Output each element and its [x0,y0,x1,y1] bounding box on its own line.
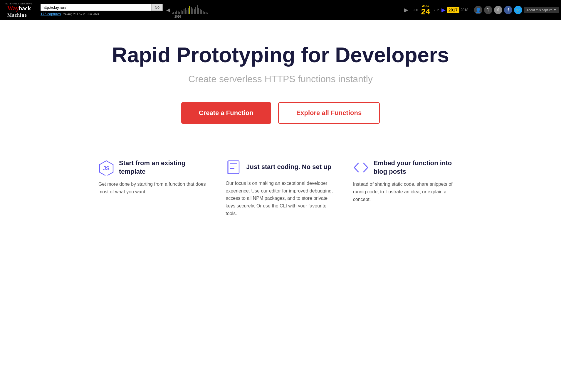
chevron-down-icon: ▼ [554,9,556,11]
help-icon[interactable]: ? [484,6,492,14]
timeline-area: ◀ 2016 [165,0,409,20]
editor-icon [226,159,241,175]
features-section: JS Start from an existing template Get m… [75,159,486,217]
feature-icon-row-embed: Embed your function into blog posts [353,159,463,176]
ia-logo[interactable]: INTERNET ARCHIVE WaybackMachine [0,1,38,19]
timeline-next[interactable]: ▶ [403,7,409,13]
about-label: About this capture [526,8,552,12]
go-button[interactable]: Go [152,4,163,11]
histogram [172,5,403,14]
twitter-icon[interactable]: 🐦 [514,6,522,14]
feature-desc-template: Get more done by starting from a functio… [98,180,208,195]
donate-icon[interactable]: $ [494,6,502,14]
hero-buttons: Create a Function Explore all Functions [181,102,380,124]
ia-logo-top: INTERNET ARCHIVE [5,2,33,5]
sep-col: SEP [433,8,439,12]
svg-rect-2 [228,161,239,174]
feature-card-template: JS Start from an existing template Get m… [98,159,208,217]
about-capture-button[interactable]: About this capture ▼ [524,7,559,13]
date-range: 24 Aug 2017 – 28 Jun 2024 [63,13,99,16]
feature-card-coding: Just start coding. No set up Our focus i… [226,159,335,217]
year-2016-label: 2016 [174,15,181,18]
user-icon[interactable]: 👤 [474,6,482,14]
day-number: 24 [421,8,430,16]
svg-text:JS: JS [103,165,110,171]
url-area: Go 176 captures 24 Aug 2017 – 28 Jun 202… [38,4,165,16]
sep-label: SEP [433,8,439,12]
play-button[interactable]: ▶ [441,7,446,13]
hero-subtitle: Create serverless HTTPS functions instan… [188,74,373,85]
facebook-icon[interactable]: f [504,6,512,14]
hero-title: Rapid Prototyping for Developers [112,43,449,67]
wayback-machine-logo[interactable]: WaybackMachine [7,5,31,18]
url-input[interactable] [41,4,152,11]
toolbar-icons: 👤 ? $ f 🐦 About this capture ▼ [472,6,561,14]
feature-icon-row-template: JS Start from an existing template [98,159,208,176]
feature-title-template: Start from an existing template [119,159,208,176]
captures-link[interactable]: 176 captures [41,12,61,16]
wayback-toolbar: INTERNET ARCHIVE WaybackMachine Go 176 c… [0,0,561,20]
feature-title-embed: Embed your function into blog posts [374,159,463,176]
feature-desc-embed: Instead of sharing static code, share sn… [353,180,463,203]
explore-functions-button[interactable]: Explore all Functions [278,102,380,124]
create-function-button[interactable]: Create a Function [181,102,271,124]
feature-title-coding: Just start coding. No set up [246,163,331,171]
feature-icon-row-coding: Just start coding. No set up [226,159,335,175]
calendar-area: JUL AUG 24 SEP ▶ 2017 2018 [409,3,472,17]
year-badge: 2017 [447,7,459,13]
code-icon [353,160,369,175]
year-2018-label: 2018 [461,8,468,12]
main-content: Rapid Prototyping for Developers Create … [0,20,561,235]
aug-col: AUG 24 [421,4,430,16]
feature-card-embed: Embed your function into blog posts Inst… [353,159,463,217]
timeline-prev[interactable]: ◀ [165,7,172,13]
nodejs-icon: JS [98,160,114,175]
feature-desc-coding: Our focus is on making an exceptional de… [226,180,335,217]
jul-col: JUL [413,8,419,12]
jul-label: JUL [413,8,419,12]
